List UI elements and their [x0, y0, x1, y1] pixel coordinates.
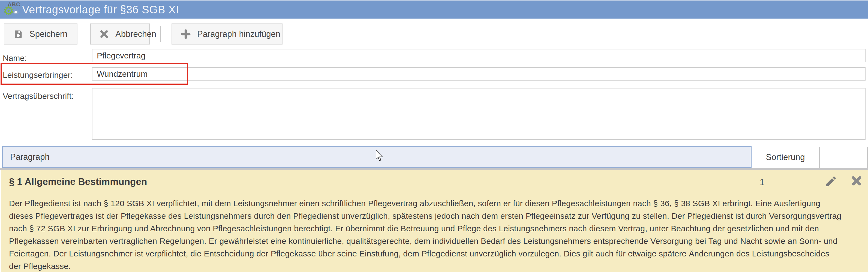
provider-input[interactable] [92, 67, 866, 81]
add-paragraph-button-label: Paragraph hinzufügen [197, 29, 280, 39]
name-label: Name: [3, 54, 27, 63]
column-header-sortierung-label: Sortierung [766, 153, 805, 162]
add-paragraph-button[interactable]: Paragraph hinzufügen [172, 24, 282, 45]
column-header-delete [844, 147, 868, 168]
toolbar-separator [160, 26, 161, 42]
header-divider [0, 168, 868, 170]
paragraph-sort-value: 1 [760, 178, 764, 187]
window-titlebar: ABC ⚙︎ ⚙︎ Vertragsvorlage für §36 SGB XI [0, 0, 868, 19]
column-header-paragraph[interactable]: Paragraph [2, 146, 751, 168]
window-title: Vertragsvorlage für §36 SGB XI [22, 4, 179, 16]
column-header-edit [820, 147, 844, 168]
column-header-paragraph-label: Paragraph [10, 152, 50, 162]
plus-icon [181, 29, 191, 39]
contract-heading-label: Vertragsüberschrift: [3, 91, 74, 101]
toolbar: Speichern Abbrechen Paragraph hinzufügen [0, 19, 868, 49]
name-input[interactable] [92, 49, 866, 62]
cancel-button-label: Abbrechen [115, 29, 156, 39]
gear-dot [14, 11, 17, 13]
column-header-sortierung[interactable]: Sortierung [751, 147, 820, 168]
delete-x-icon[interactable] [850, 175, 863, 187]
toolbar-separator [84, 26, 84, 42]
provider-label: Leistungserbringer: [3, 71, 73, 80]
save-button[interactable]: Speichern [4, 24, 78, 45]
paragraph-body-text: Der Pflegedienst ist nach § 120 SGB XI v… [9, 197, 843, 272]
paragraph-title: § 1 Allgemeine Bestimmungen [9, 176, 147, 187]
paragraph-row[interactable]: § 1 Allgemeine Bestimmungen 1 Der Pflege… [1, 170, 868, 272]
app-abc-gear-icon: ABC ⚙︎ ⚙︎ [4, 2, 20, 18]
floppy-disk-icon [13, 29, 23, 39]
cancel-button[interactable]: Abbrechen [90, 24, 150, 45]
save-button-label: Speichern [29, 29, 68, 39]
contract-heading-textarea[interactable] [92, 88, 866, 140]
edit-pencil-icon[interactable] [825, 175, 837, 188]
cancel-x-icon [99, 29, 109, 39]
